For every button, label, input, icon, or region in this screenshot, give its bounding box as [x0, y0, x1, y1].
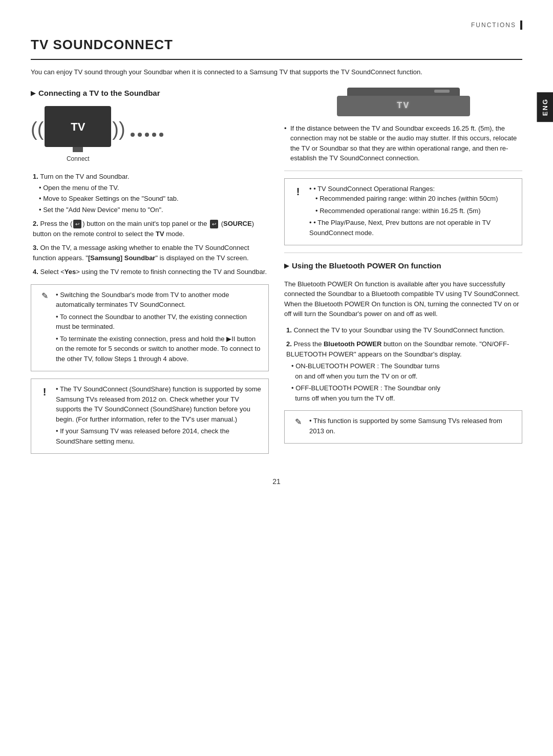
step-4: 4. Select <Yes> using the TV remote to f…	[31, 267, 269, 277]
step-1-text: 1. Turn on the TV and Soundbar.	[33, 173, 129, 180]
wave-left-icon: ((	[31, 115, 44, 144]
range-2: Recommended operational range: within 16…	[315, 206, 515, 216]
two-column-layout: Connecting a TV to the Soundbar (( TV ))…	[31, 88, 522, 461]
right-top-bullets: If the distance between the TV and Sound…	[284, 123, 522, 163]
pencil-icon-bt: ✎	[292, 416, 304, 438]
warning-1-item-2: If your Samsung TV was released before 2…	[56, 426, 261, 446]
source-icon-1: ↩	[73, 220, 81, 228]
step-3: 3. On the TV, a message asking whether t…	[31, 243, 269, 263]
tv-box: TV	[45, 106, 111, 147]
soundbar-top-bar	[347, 88, 460, 96]
soundbar-body: TV	[337, 96, 470, 116]
operational-ranges: Recommended pairing range: within 20 inc…	[309, 194, 515, 216]
step-1-sub-2: Move to Speaker Settings on the "Sound" …	[39, 194, 269, 204]
divider-2	[284, 253, 522, 253]
step-1-sub-1: Open the menu of the TV.	[39, 183, 269, 193]
step-1-sub: Open the menu of the TV. Move to Speaker…	[33, 183, 269, 215]
note-content-warning-2: • TV SoundConnect Operational Ranges: Re…	[309, 184, 515, 240]
page-title: TV SOUNDCONNECT	[31, 35, 522, 60]
note-content-pencil-1: Switching the Soundbar's mode from TV to…	[56, 290, 261, 366]
bt-step-2-sub: • ON-BLUETOOTH POWER : The Soundbar turn…	[286, 361, 522, 403]
dots-separator	[131, 133, 163, 137]
right-bullet-1: If the distance between the TV and Sound…	[284, 123, 522, 163]
dot-5	[159, 133, 163, 137]
dot-2	[138, 133, 142, 137]
bt-off: • OFF-BLUETOOTH POWER : The Soundbar onl…	[291, 383, 522, 403]
tv-diagram-wrapper: (( TV )) Connect	[31, 106, 125, 163]
bt-step-2: 2. Press the Bluetooth POWER button on t…	[284, 339, 522, 403]
tv-connect-diagram: (( TV )) Connect	[31, 106, 269, 163]
note-pencil-1-item-3: To terminate the existing connection, pr…	[56, 334, 261, 364]
bt-note-1: This function is supported by some Samsu…	[309, 416, 515, 436]
tv-stand	[73, 147, 83, 152]
warning-icon-2: !	[292, 184, 304, 240]
step-1-sub-3: Set the "Add New Device" menu to "On".	[39, 205, 269, 215]
warning-2-item-1: • TV SoundConnect Operational Ranges: Re…	[309, 184, 515, 216]
bt-steps-list: 1. Connect the TV to your Soundbar using…	[284, 325, 522, 404]
divider-1	[284, 171, 522, 171]
note-box-warning-1: ! The TV SoundConnect (SoundShare) funct…	[31, 379, 269, 454]
note-pencil-1-item-1: Switching the Soundbar's mode from TV to…	[56, 290, 261, 310]
source-icon-2: ↩	[210, 220, 218, 228]
bluetooth-heading: Using the Bluetooth POWER On function	[284, 260, 522, 272]
note-content-pencil-bt: This function is supported by some Samsu…	[309, 416, 515, 438]
note-box-pencil-bt: ✎ This function is supported by some Sam…	[284, 410, 522, 444]
bt-on: • ON-BLUETOOTH POWER : The Soundbar turn…	[291, 361, 522, 381]
warning-icon-1: !	[38, 384, 51, 448]
note-box-warning-2: ! • TV SoundConnect Operational Ranges: …	[284, 178, 522, 246]
soundbar-light	[434, 90, 450, 93]
page-header: FUNCTIONS	[31, 20, 522, 30]
soundbar-tv-display: TV	[397, 99, 410, 113]
dot-1	[131, 133, 135, 137]
note-box-pencil-1: ✎ Switching the Soundbar's mode from TV …	[31, 284, 269, 372]
wave-right-icon: ))	[112, 115, 125, 144]
page-number: 21	[31, 476, 522, 487]
note-pencil-1-item-2: To connect the Soundbar to another TV, t…	[56, 312, 261, 332]
connecting-heading: Connecting a TV to the Soundbar	[31, 88, 269, 99]
functions-label: FUNCTIONS	[471, 20, 522, 30]
bt-step-1: 1. Connect the TV to your Soundbar using…	[284, 325, 522, 335]
connect-label: Connect	[67, 154, 90, 163]
step-1: 1. Turn on the TV and Soundbar. Open the…	[31, 172, 269, 215]
note-content-warning-1: The TV SoundConnect (SoundShare) functio…	[56, 384, 261, 448]
tv-illustration: TV	[45, 106, 111, 152]
step-2: 2. Press the (↩) button on the main unit…	[31, 219, 269, 239]
range-1: Recommended pairing range: within 20 inc…	[315, 194, 515, 204]
eng-tab: ENG	[537, 92, 554, 122]
bluetooth-intro: The Bluetooth POWER On function is avail…	[284, 279, 522, 319]
left-column: Connecting a TV to the Soundbar (( TV ))…	[31, 88, 269, 461]
intro-text: You can enjoy TV sound through your Soun…	[31, 67, 502, 77]
right-column: TV If the distance between the TV and So…	[284, 88, 522, 461]
dot-3	[145, 133, 149, 137]
steps-list: 1. Turn on the TV and Soundbar. Open the…	[31, 172, 269, 277]
soundbar-diagram: TV	[284, 88, 522, 116]
warning-1-item-1: The TV SoundConnect (SoundShare) functio…	[56, 384, 261, 424]
warning-2-item-2: • The Play/Pause, Next, Prev buttons are…	[309, 218, 515, 238]
pencil-icon-1: ✎	[38, 290, 51, 366]
dot-4	[152, 133, 156, 137]
